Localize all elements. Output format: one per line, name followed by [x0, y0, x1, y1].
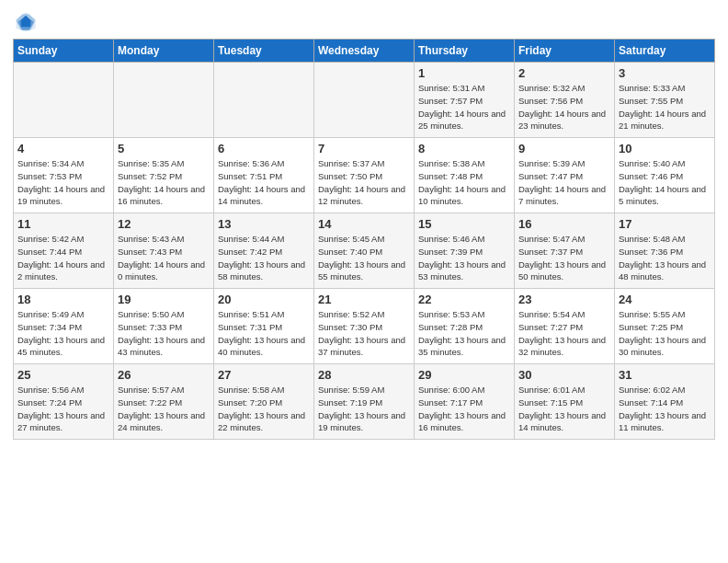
logo-icon	[13, 9, 39, 35]
day-number: 19	[118, 293, 210, 306]
calendar-cell: 1Sunrise: 5:31 AM Sunset: 7:57 PM Daylig…	[415, 63, 515, 138]
day-details: Sunrise: 5:45 AM Sunset: 7:40 PM Dayligh…	[318, 233, 410, 283]
day-number: 27	[218, 368, 310, 382]
column-header-monday: Monday	[114, 40, 214, 63]
day-number: 8	[418, 142, 510, 155]
day-number: 15	[418, 217, 510, 231]
calendar-cell: 5Sunrise: 5:35 AM Sunset: 7:52 PM Daylig…	[114, 138, 214, 213]
day-details: Sunrise: 5:36 AM Sunset: 7:51 PM Dayligh…	[218, 157, 310, 208]
day-number: 25	[17, 368, 109, 382]
week-row-2: 4Sunrise: 5:34 AM Sunset: 7:53 PM Daylig…	[14, 138, 715, 213]
day-details: Sunrise: 5:50 AM Sunset: 7:33 PM Dayligh…	[118, 308, 210, 359]
day-details: Sunrise: 5:46 AM Sunset: 7:39 PM Dayligh…	[418, 233, 510, 283]
day-number: 31	[619, 368, 711, 382]
calendar-body: 1Sunrise: 5:31 AM Sunset: 7:57 PM Daylig…	[14, 63, 715, 440]
day-details: Sunrise: 5:53 AM Sunset: 7:28 PM Dayligh…	[418, 308, 510, 359]
day-details: Sunrise: 5:39 AM Sunset: 7:47 PM Dayligh…	[518, 157, 610, 208]
column-header-sunday: Sunday	[14, 40, 114, 63]
calendar-cell: 6Sunrise: 5:36 AM Sunset: 7:51 PM Daylig…	[214, 138, 314, 213]
calendar-cell: 31Sunrise: 6:02 AM Sunset: 7:14 PM Dayli…	[615, 364, 715, 440]
day-details: Sunrise: 5:47 AM Sunset: 7:37 PM Dayligh…	[518, 233, 610, 283]
day-number: 28	[318, 368, 410, 382]
day-number: 3	[619, 66, 711, 80]
column-header-friday: Friday	[515, 40, 615, 63]
calendar-cell: 19Sunrise: 5:50 AM Sunset: 7:33 PM Dayli…	[114, 289, 214, 364]
calendar-cell: 4Sunrise: 5:34 AM Sunset: 7:53 PM Daylig…	[14, 138, 114, 213]
calendar-cell	[314, 63, 415, 138]
day-details: Sunrise: 5:51 AM Sunset: 7:31 PM Dayligh…	[218, 308, 310, 359]
column-header-wednesday: Wednesday	[314, 40, 415, 63]
day-details: Sunrise: 5:48 AM Sunset: 7:36 PM Dayligh…	[619, 233, 711, 283]
day-number: 20	[218, 293, 310, 306]
day-details: Sunrise: 5:58 AM Sunset: 7:20 PM Dayligh…	[218, 384, 310, 434]
calendar-cell: 24Sunrise: 5:55 AM Sunset: 7:25 PM Dayli…	[615, 289, 715, 364]
day-details: Sunrise: 5:40 AM Sunset: 7:46 PM Dayligh…	[619, 157, 711, 208]
day-number: 1	[418, 66, 510, 80]
day-details: Sunrise: 5:55 AM Sunset: 7:25 PM Dayligh…	[619, 308, 711, 359]
day-details: Sunrise: 6:02 AM Sunset: 7:14 PM Dayligh…	[619, 384, 711, 434]
calendar-cell: 16Sunrise: 5:47 AM Sunset: 7:37 PM Dayli…	[515, 213, 615, 289]
day-number: 30	[518, 368, 610, 382]
week-row-4: 18Sunrise: 5:49 AM Sunset: 7:34 PM Dayli…	[14, 289, 715, 364]
day-number: 24	[619, 293, 711, 306]
calendar-cell: 27Sunrise: 5:58 AM Sunset: 7:20 PM Dayli…	[214, 364, 314, 440]
day-details: Sunrise: 5:32 AM Sunset: 7:56 PM Dayligh…	[518, 82, 610, 132]
day-number: 12	[118, 217, 210, 231]
calendar-cell: 28Sunrise: 5:59 AM Sunset: 7:19 PM Dayli…	[314, 364, 415, 440]
day-number: 5	[118, 142, 210, 155]
calendar-cell: 11Sunrise: 5:42 AM Sunset: 7:44 PM Dayli…	[14, 213, 114, 289]
day-number: 14	[318, 217, 410, 231]
logo	[13, 9, 40, 35]
day-number: 18	[17, 293, 109, 306]
calendar-cell: 21Sunrise: 5:52 AM Sunset: 7:30 PM Dayli…	[314, 289, 415, 364]
calendar-cell: 18Sunrise: 5:49 AM Sunset: 7:34 PM Dayli…	[14, 289, 114, 364]
calendar-cell: 15Sunrise: 5:46 AM Sunset: 7:39 PM Dayli…	[415, 213, 515, 289]
day-number: 23	[518, 293, 610, 306]
day-details: Sunrise: 5:37 AM Sunset: 7:50 PM Dayligh…	[318, 157, 410, 208]
day-number: 2	[518, 66, 610, 80]
calendar-header: SundayMondayTuesdayWednesdayThursdayFrid…	[14, 40, 715, 63]
day-number: 11	[17, 217, 109, 231]
day-details: Sunrise: 5:38 AM Sunset: 7:48 PM Dayligh…	[418, 157, 510, 208]
calendar-cell: 10Sunrise: 5:40 AM Sunset: 7:46 PM Dayli…	[615, 138, 715, 213]
day-number: 21	[318, 293, 410, 306]
week-row-3: 11Sunrise: 5:42 AM Sunset: 7:44 PM Dayli…	[14, 213, 715, 289]
column-header-saturday: Saturday	[615, 40, 715, 63]
column-header-tuesday: Tuesday	[214, 40, 314, 63]
calendar-cell	[214, 63, 314, 138]
day-number: 9	[518, 142, 610, 155]
calendar-cell: 23Sunrise: 5:54 AM Sunset: 7:27 PM Dayli…	[515, 289, 615, 364]
day-details: Sunrise: 6:01 AM Sunset: 7:15 PM Dayligh…	[518, 384, 610, 434]
calendar-cell: 13Sunrise: 5:44 AM Sunset: 7:42 PM Dayli…	[214, 213, 314, 289]
day-details: Sunrise: 6:00 AM Sunset: 7:17 PM Dayligh…	[418, 384, 510, 434]
calendar-cell: 25Sunrise: 5:56 AM Sunset: 7:24 PM Dayli…	[14, 364, 114, 440]
day-number: 4	[17, 142, 109, 155]
day-details: Sunrise: 5:59 AM Sunset: 7:19 PM Dayligh…	[318, 384, 410, 434]
day-number: 22	[418, 293, 510, 306]
calendar-cell: 12Sunrise: 5:43 AM Sunset: 7:43 PM Dayli…	[114, 213, 214, 289]
calendar-cell: 17Sunrise: 5:48 AM Sunset: 7:36 PM Dayli…	[615, 213, 715, 289]
calendar-cell: 26Sunrise: 5:57 AM Sunset: 7:22 PM Dayli…	[114, 364, 214, 440]
calendar-cell: 29Sunrise: 6:00 AM Sunset: 7:17 PM Dayli…	[415, 364, 515, 440]
day-number: 29	[418, 368, 510, 382]
calendar-cell: 20Sunrise: 5:51 AM Sunset: 7:31 PM Dayli…	[214, 289, 314, 364]
page-container: SundayMondayTuesdayWednesdayThursdayFrid…	[0, 0, 728, 447]
day-number: 16	[518, 217, 610, 231]
day-number: 17	[619, 217, 711, 231]
calendar-cell: 3Sunrise: 5:33 AM Sunset: 7:55 PM Daylig…	[615, 63, 715, 138]
calendar-cell: 14Sunrise: 5:45 AM Sunset: 7:40 PM Dayli…	[314, 213, 415, 289]
day-details: Sunrise: 5:49 AM Sunset: 7:34 PM Dayligh…	[17, 308, 109, 359]
week-row-1: 1Sunrise: 5:31 AM Sunset: 7:57 PM Daylig…	[14, 63, 715, 138]
day-details: Sunrise: 5:52 AM Sunset: 7:30 PM Dayligh…	[318, 308, 410, 359]
day-details: Sunrise: 5:31 AM Sunset: 7:57 PM Dayligh…	[418, 82, 510, 132]
header-row: SundayMondayTuesdayWednesdayThursdayFrid…	[14, 40, 715, 63]
calendar-cell	[14, 63, 114, 138]
day-number: 13	[218, 217, 310, 231]
calendar-cell: 9Sunrise: 5:39 AM Sunset: 7:47 PM Daylig…	[515, 138, 615, 213]
calendar-cell: 8Sunrise: 5:38 AM Sunset: 7:48 PM Daylig…	[415, 138, 515, 213]
day-details: Sunrise: 5:56 AM Sunset: 7:24 PM Dayligh…	[17, 384, 109, 434]
calendar-cell: 2Sunrise: 5:32 AM Sunset: 7:56 PM Daylig…	[515, 63, 615, 138]
header	[13, 9, 715, 35]
day-number: 6	[218, 142, 310, 155]
calendar-cell: 7Sunrise: 5:37 AM Sunset: 7:50 PM Daylig…	[314, 138, 415, 213]
